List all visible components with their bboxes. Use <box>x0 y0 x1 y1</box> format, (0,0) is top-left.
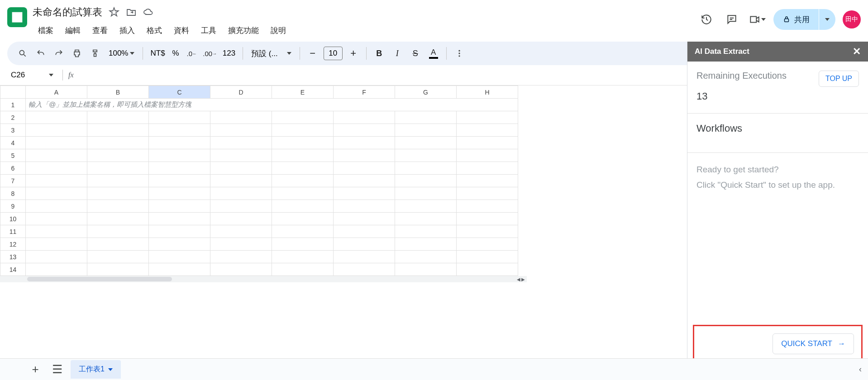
expand-side-panel-icon[interactable]: ‹ <box>859 365 862 374</box>
cell[interactable] <box>272 238 334 251</box>
currency-format-button[interactable]: NT$ <box>148 49 167 58</box>
cell[interactable] <box>149 124 210 137</box>
cell[interactable] <box>457 238 518 251</box>
cell[interactable] <box>457 162 518 175</box>
cell[interactable] <box>26 137 87 149</box>
sheets-logo-icon[interactable] <box>7 7 27 27</box>
share-dropdown[interactable] <box>819 9 835 30</box>
cell[interactable] <box>334 162 395 175</box>
cell[interactable] <box>334 225 395 238</box>
row-header[interactable]: 14 <box>0 263 26 276</box>
cell[interactable] <box>26 175 87 187</box>
cell[interactable] <box>272 200 334 213</box>
cell-hint[interactable]: 輸入「@」並加上檔案名稱，即可插入檔案智慧型方塊 <box>26 99 518 111</box>
scroll-right-icon[interactable]: ▶ <box>521 277 525 282</box>
cell[interactable] <box>210 175 272 187</box>
col-header-g[interactable]: G <box>395 86 457 99</box>
name-box[interactable]: C26 <box>7 69 57 81</box>
cell[interactable] <box>395 263 457 276</box>
more-formats-button[interactable]: 123 <box>220 49 238 58</box>
cell[interactable] <box>395 124 457 137</box>
row-header[interactable]: 1 <box>0 99 26 111</box>
cell[interactable] <box>334 213 395 225</box>
col-header-d[interactable]: D <box>210 86 272 99</box>
menu-edit[interactable]: 編輯 <box>60 23 86 38</box>
cell[interactable] <box>149 200 210 213</box>
zoom-select[interactable]: 100% <box>105 49 138 58</box>
cell[interactable] <box>457 251 518 263</box>
cell[interactable] <box>334 111 395 124</box>
more-toolbar-icon[interactable] <box>451 45 467 62</box>
row-header[interactable]: 9 <box>0 200 26 213</box>
cell[interactable] <box>87 251 149 263</box>
cell[interactable] <box>149 162 210 175</box>
cell[interactable] <box>210 251 272 263</box>
cell[interactable] <box>87 111 149 124</box>
history-icon[interactable] <box>697 10 715 28</box>
cloud-status-icon[interactable] <box>143 7 154 18</box>
col-header-a[interactable]: A <box>26 86 87 99</box>
menu-help[interactable]: 說明 <box>265 23 291 38</box>
increase-font-size-button[interactable]: + <box>345 45 362 62</box>
cell[interactable] <box>457 187 518 200</box>
cell[interactable] <box>395 213 457 225</box>
cell[interactable] <box>272 137 334 149</box>
cell[interactable] <box>26 200 87 213</box>
cell[interactable] <box>334 149 395 162</box>
cell[interactable] <box>210 149 272 162</box>
cell[interactable] <box>26 124 87 137</box>
cell[interactable] <box>272 149 334 162</box>
row-header[interactable]: 6 <box>0 162 26 175</box>
horizontal-scrollbar[interactable]: ◀▶ <box>0 276 527 282</box>
cell[interactable] <box>457 225 518 238</box>
cell[interactable] <box>210 213 272 225</box>
cell[interactable] <box>334 200 395 213</box>
cell[interactable] <box>87 263 149 276</box>
search-icon[interactable] <box>14 45 31 62</box>
col-header-b[interactable]: B <box>87 86 149 99</box>
increase-decimal-button[interactable]: .00→ <box>202 45 218 62</box>
cell[interactable] <box>395 251 457 263</box>
cell[interactable] <box>149 187 210 200</box>
row-header[interactable]: 2 <box>0 111 26 124</box>
bold-button[interactable]: B <box>371 45 387 62</box>
cell[interactable] <box>210 263 272 276</box>
cell[interactable] <box>272 251 334 263</box>
menu-extensions[interactable]: 擴充功能 <box>223 23 264 38</box>
cell[interactable] <box>334 251 395 263</box>
cell[interactable] <box>272 187 334 200</box>
row-header[interactable]: 3 <box>0 124 26 137</box>
add-sheet-button[interactable]: + <box>27 361 43 378</box>
strikethrough-button[interactable]: S <box>407 45 424 62</box>
cell[interactable] <box>395 225 457 238</box>
close-icon[interactable]: ✕ <box>853 46 861 57</box>
cell[interactable] <box>395 175 457 187</box>
cell[interactable] <box>272 175 334 187</box>
cell[interactable] <box>26 162 87 175</box>
cell[interactable] <box>26 213 87 225</box>
quick-start-button[interactable]: QUICK START → <box>773 333 854 354</box>
text-color-button[interactable]: A <box>425 45 442 62</box>
italic-button[interactable]: I <box>389 45 405 62</box>
cell[interactable] <box>149 238 210 251</box>
row-header[interactable]: 12 <box>0 238 26 251</box>
cell[interactable] <box>272 213 334 225</box>
cell[interactable] <box>87 175 149 187</box>
cell[interactable] <box>457 124 518 137</box>
print-icon[interactable] <box>69 45 85 62</box>
cell[interactable] <box>395 162 457 175</box>
cell[interactable] <box>395 137 457 149</box>
row-header[interactable]: 10 <box>0 213 26 225</box>
cell[interactable] <box>26 251 87 263</box>
cell[interactable] <box>395 238 457 251</box>
cell[interactable] <box>87 124 149 137</box>
row-header[interactable]: 7 <box>0 175 26 187</box>
cell[interactable] <box>457 175 518 187</box>
cell[interactable] <box>87 213 149 225</box>
cell[interactable] <box>26 225 87 238</box>
cell[interactable] <box>87 200 149 213</box>
cell[interactable] <box>26 263 87 276</box>
cell[interactable] <box>395 200 457 213</box>
cell[interactable] <box>334 175 395 187</box>
cell[interactable] <box>149 251 210 263</box>
